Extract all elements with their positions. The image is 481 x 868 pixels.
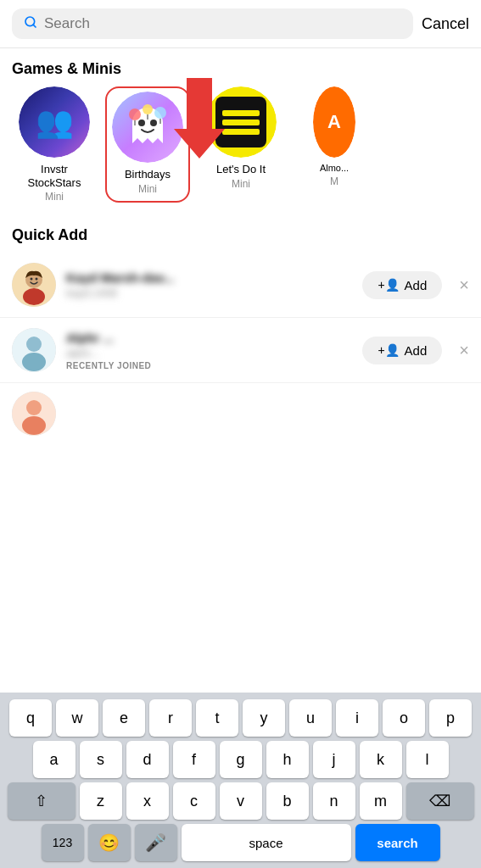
- svg-point-4: [138, 120, 145, 126]
- letsdo-icon: [205, 86, 277, 158]
- key-n[interactable]: n: [313, 782, 355, 820]
- game-item-invstr[interactable]: 👥 InvstrStockStars Mini: [12, 86, 97, 203]
- key-emoji[interactable]: 😊: [88, 824, 131, 861]
- key-h[interactable]: h: [266, 741, 309, 778]
- keyboard: q w e r t y u i o p a s d f g h j k l ⇧ …: [0, 693, 481, 868]
- user1-sub: kayd.1408: [66, 287, 352, 299]
- avatar-partial: [12, 392, 56, 436]
- games-section: Games & Minis 👥 InvstrStockStars Mini: [0, 48, 481, 214]
- key-r[interactable]: r: [149, 699, 192, 737]
- key-x[interactable]: x: [126, 782, 169, 820]
- key-u[interactable]: u: [289, 699, 332, 737]
- games-list: 👥 InvstrStockStars Mini: [0, 86, 481, 214]
- search-input[interactable]: [44, 15, 401, 32]
- key-z[interactable]: z: [80, 782, 122, 820]
- birthdays-icon: [112, 92, 183, 163]
- quick-add-item-user2: Alphr ... alphr... RECENTLY JOINED +👤 Ad…: [0, 318, 481, 383]
- key-m[interactable]: m: [360, 782, 402, 820]
- svg-point-21: [26, 400, 42, 415]
- key-p[interactable]: p: [429, 699, 472, 737]
- key-numbers[interactable]: 123: [42, 824, 84, 861]
- almo-type: M: [330, 175, 338, 187]
- key-w[interactable]: w: [56, 699, 98, 737]
- svg-point-19: [22, 353, 46, 371]
- key-space[interactable]: space: [182, 824, 351, 861]
- svg-point-15: [31, 278, 33, 281]
- key-q[interactable]: q: [9, 699, 52, 737]
- keyboard-row-3: ⇧ z x c v b n m ⌫: [3, 782, 478, 820]
- user2-info: Alphr ... alphr... RECENTLY JOINED: [66, 331, 352, 370]
- key-delete[interactable]: ⌫: [406, 782, 474, 820]
- games-section-title: Games & Minis: [0, 48, 481, 86]
- key-g[interactable]: g: [220, 741, 262, 778]
- dismiss-button-user1[interactable]: ×: [459, 275, 469, 295]
- key-o[interactable]: o: [383, 699, 425, 737]
- add-button-user2[interactable]: +👤 Add: [362, 337, 442, 364]
- game-item-birthdays[interactable]: Birthdays Mini: [105, 86, 190, 203]
- game-item-letsdo[interactable]: Let's Do It Mini: [199, 86, 283, 203]
- key-t[interactable]: t: [196, 699, 238, 737]
- key-j[interactable]: j: [313, 741, 355, 778]
- add-icon-user1: +👤: [378, 278, 399, 292]
- svg-point-6: [129, 108, 141, 120]
- key-i[interactable]: i: [336, 699, 378, 737]
- user2-name: Alphr ...: [66, 331, 352, 345]
- cancel-button[interactable]: Cancel: [422, 12, 469, 36]
- svg-point-18: [26, 337, 42, 352]
- user2-badge: RECENTLY JOINED: [66, 361, 352, 370]
- quick-add-title: Quick Add: [0, 214, 481, 253]
- key-shift[interactable]: ⇧: [8, 782, 76, 820]
- keyboard-row-1: q w e r t y u i o p: [3, 699, 478, 737]
- key-y[interactable]: y: [243, 699, 285, 737]
- key-search[interactable]: search: [355, 824, 440, 861]
- quick-add-item-partial: [0, 383, 481, 444]
- user2-sub: alphr...: [66, 347, 352, 359]
- key-mic[interactable]: 🎤: [135, 824, 177, 861]
- key-e[interactable]: e: [103, 699, 145, 737]
- svg-point-16: [36, 278, 38, 281]
- keyboard-row-bottom: 123 😊 🎤 space search: [3, 824, 478, 861]
- add-icon-user2: +👤: [378, 343, 399, 357]
- svg-point-7: [154, 107, 166, 119]
- svg-point-14: [23, 288, 45, 305]
- search-input-wrapper[interactable]: [12, 8, 413, 39]
- dismiss-button-user2[interactable]: ×: [459, 341, 469, 360]
- key-k[interactable]: k: [360, 741, 402, 778]
- user1-info: Kayd Marsh-dav... kayd.1408: [66, 270, 352, 299]
- avatar-user2: [12, 328, 56, 372]
- keyboard-row-2: a s d f g h j k l: [3, 741, 478, 778]
- key-b[interactable]: b: [266, 782, 309, 820]
- key-d[interactable]: d: [126, 741, 169, 778]
- invstr-icon: 👥: [19, 86, 90, 158]
- invstr-name: InvstrStockStars: [28, 163, 81, 189]
- svg-line-3: [33, 25, 36, 27]
- search-bar: Cancel: [0, 0, 481, 48]
- game-item-almo[interactable]: A Almo... M: [292, 86, 377, 203]
- birthdays-name: Birthdays: [125, 168, 171, 181]
- quick-add-item-user1: Kayd Marsh-dav... kayd.1408 +👤 Add ×: [0, 253, 481, 318]
- letsdo-name: Let's Do It: [216, 163, 266, 176]
- birthdays-type: Mini: [138, 183, 157, 195]
- invstr-type: Mini: [45, 191, 64, 203]
- svg-point-22: [22, 416, 46, 435]
- quick-add-list: Kayd Marsh-dav... kayd.1408 +👤 Add × Alp…: [0, 253, 481, 444]
- add-button-user1[interactable]: +👤 Add: [362, 271, 442, 299]
- key-f[interactable]: f: [173, 741, 215, 778]
- letsdo-type: Mini: [232, 178, 250, 190]
- svg-point-8: [143, 104, 153, 114]
- key-c[interactable]: c: [173, 782, 215, 820]
- key-l[interactable]: l: [406, 741, 449, 778]
- key-a[interactable]: a: [33, 741, 76, 778]
- key-s[interactable]: s: [80, 741, 122, 778]
- almo-name: Almo...: [320, 163, 349, 174]
- user1-name: Kayd Marsh-dav...: [66, 270, 352, 285]
- quick-add-section: Quick Add: [0, 214, 481, 444]
- key-v[interactable]: v: [220, 782, 262, 820]
- svg-point-5: [150, 120, 157, 126]
- avatar-user1: [12, 263, 56, 307]
- search-icon: [24, 15, 37, 32]
- almo-icon: A: [313, 86, 355, 158]
